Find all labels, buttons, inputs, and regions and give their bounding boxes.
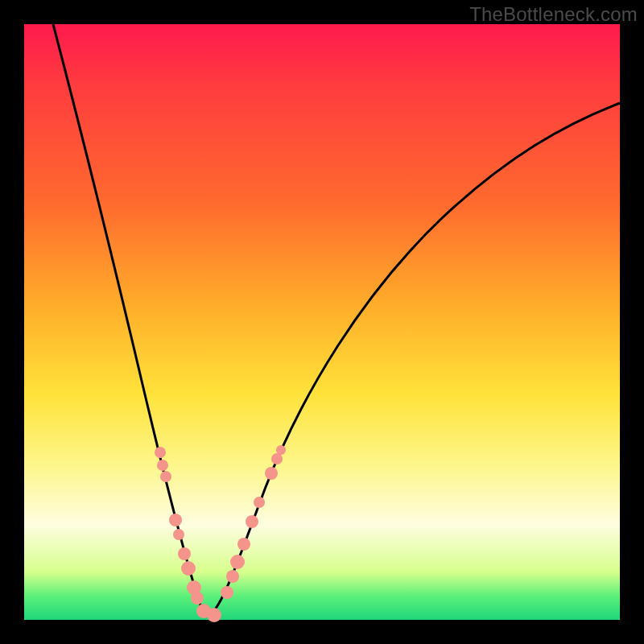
plot-area — [24, 24, 620, 620]
bead — [181, 561, 196, 576]
bead — [271, 453, 283, 464]
bead — [246, 515, 258, 528]
watermark-text: TheBottleneck.com — [469, 3, 638, 26]
bead — [221, 586, 233, 599]
bead — [157, 460, 168, 471]
bead — [191, 592, 204, 605]
bead — [173, 529, 184, 540]
bead — [178, 547, 191, 560]
bead — [276, 445, 286, 455]
bottleneck-curve — [24, 24, 620, 620]
bead — [169, 514, 182, 526]
bead — [207, 608, 221, 622]
bead — [226, 570, 239, 583]
bead — [254, 497, 265, 508]
chart-frame: TheBottleneck.com — [0, 0, 644, 644]
bead — [265, 467, 278, 480]
bead — [155, 447, 166, 458]
curve-left-branch — [53, 24, 210, 615]
beads-group — [155, 445, 286, 622]
bead — [237, 538, 250, 551]
bead — [230, 555, 245, 569]
curve-right-branch — [210, 103, 620, 615]
bead — [160, 471, 171, 482]
